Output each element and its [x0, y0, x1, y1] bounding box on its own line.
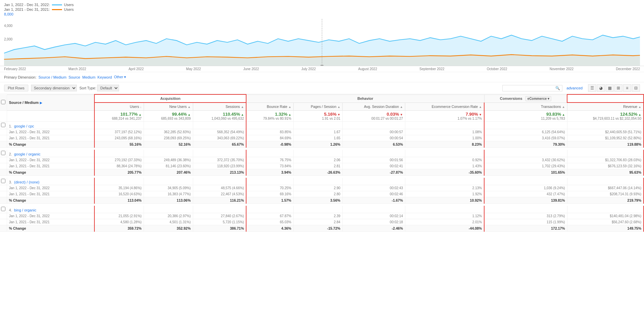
sort-type-label: Sort Type: [80, 86, 96, 90]
summary-avg-session: 0.03% 00:01:27 vs 00:01:27 [343, 111, 405, 122]
summary-transactions: 93.83% 11,209 vs 5,783 [484, 111, 567, 122]
row-num-0: 1. [9, 124, 12, 128]
secondary-dim-select[interactable]: Secondary dimension [31, 85, 77, 91]
x-label-aug: August 2022 [358, 67, 377, 71]
table-view-icon[interactable]: ☰ [588, 84, 596, 92]
summary-sessions: 110.45% 1,043,060 vs 495,632 [193, 111, 246, 122]
source-name-row: 3. (direct) / (none) [0, 178, 644, 185]
pivot-view-icon[interactable]: ⊞ [614, 84, 622, 92]
dim-source-medium[interactable]: Source / Medium [38, 75, 66, 79]
svg-marker-1 [320, 65, 324, 66]
source-name-row: 2. google / organic [0, 150, 644, 157]
summary-new-users: 99.44% 685,693 vs 343,809 [144, 111, 193, 122]
chart-x-axis: February 2022 March 2022 April 2022 May … [0, 66, 644, 72]
dim-medium[interactable]: Medium [82, 75, 95, 79]
summary-row: 101.77% 688,314 vs 341,237 99.44% 685,69… [0, 111, 644, 122]
source-cell-2: 3. (direct) / (none) [7, 178, 94, 185]
row-num-2: 3. [9, 180, 12, 184]
ecomm-conv-header[interactable]: Ecommerce Conversion Rate ▲ [405, 103, 485, 111]
data-row-2022-3: Jan 1, 2022 - Dec 31, 2022 21,055 (2.91%… [0, 213, 644, 219]
row-checkbox-0[interactable] [1, 123, 5, 127]
primary-dimension-bar: Primary Dimension: Source / Medium Sourc… [0, 72, 644, 82]
spacer-row-3 [0, 232, 644, 234]
row-checkbox-cell-2 [0, 178, 7, 185]
sessions-header[interactable]: Sessions ▲ [193, 103, 246, 111]
dim-other[interactable]: Other ▾ [114, 75, 126, 79]
x-label-jun: June 2022 [243, 67, 259, 71]
summary-revenue: 124.52% $4,719,603.11 vs $2,102,054.50 [567, 111, 644, 122]
row-checkbox-3[interactable] [1, 207, 5, 211]
custom2-view-icon[interactable]: ⊟ [632, 84, 640, 92]
data-row-2022-1: Jan 1, 2022 - Dec 31, 2022 270,192 (37.3… [0, 157, 644, 163]
x-label-feb: February 2022 [4, 67, 26, 71]
custom-view-icon[interactable]: ≡ [623, 84, 631, 92]
row-checkbox-1[interactable] [1, 151, 5, 155]
data-row-2022-2: Jan 1, 2022 - Dec 31, 2022 35,194 (4.86%… [0, 185, 644, 191]
source-medium-header[interactable]: Source / Medium ▶ [7, 94, 94, 111]
column-header-row: Users ↓ New Users ▲ Sessions ▲ Bounce Ra… [0, 103, 644, 111]
chart-legend: Jan 1, 2022 - Dec 31, 2022: Users Jan 1,… [0, 0, 644, 19]
conversions-section-header: Conversions eCommerce ▾ [484, 94, 567, 103]
users-header[interactable]: Users ↓ [94, 103, 144, 111]
pages-session-header[interactable]: Pages / Session ▲ [293, 103, 342, 111]
bar-view-icon[interactable]: ▦ [606, 84, 614, 92]
data-row-2022-0: Jan 1, 2022 - Dec 31, 2022 377,197 (52.1… [0, 129, 644, 135]
pie-view-icon[interactable]: ◕ [597, 84, 605, 92]
source-cell-1: 2. google / organic [7, 150, 94, 157]
avg-session-header[interactable]: Avg. Session Duration ▲ [343, 103, 405, 111]
row-checkbox-2[interactable] [1, 179, 5, 183]
x-label-apr: April 2022 [128, 67, 144, 71]
x-label-may: May 2022 [186, 67, 201, 71]
row-checkbox-cell-1 [0, 150, 7, 157]
summary-bounce: 1.32% 79.84% vs 80.91% [246, 111, 293, 122]
transactions-header[interactable]: Transactions ▲ [484, 103, 567, 111]
chart-value-label[interactable]: 8,000 [4, 12, 640, 16]
pct-change-row-0: % Change 55.16% 52.16% 65.67% -0.98% 1.2… [0, 141, 644, 148]
summary-users: 101.77% 688,314 vs 341,237 [94, 111, 144, 122]
legend-item-2022: Jan 1, 2022 - Dec 31, 2022: Users [4, 3, 640, 7]
x-label-dec: December 2022 [616, 67, 640, 71]
source-cell-0: 1. google / cpc [7, 122, 94, 129]
data-table: Source / Medium ▶ Acquisition Behavior C… [0, 94, 644, 234]
data-table-container: Source / Medium ▶ Acquisition Behavior C… [0, 94, 644, 234]
row-checkbox-cell-0 [0, 122, 7, 129]
revenue-header[interactable]: Revenue ▲ [567, 103, 644, 111]
pct-change-row-1: % Change 205.77% 207.46% 213.13% 3.94% -… [0, 169, 644, 176]
section-header-row: Source / Medium ▶ Acquisition Behavior C… [0, 94, 644, 103]
x-label-mar: March 2022 [68, 67, 86, 71]
select-all-cell [0, 94, 7, 111]
search-input[interactable] [505, 86, 555, 90]
transactions-revenue-header [567, 94, 644, 103]
y-axis-4000: 2,000 [4, 37, 12, 41]
legend-item-2021: Jan 1, 2021 - Dec 31, 2021: Users [4, 7, 640, 11]
row-num-3: 4. [9, 208, 12, 212]
summary-ecomm: 7.90% 1.07% vs 1.17% [405, 111, 485, 122]
new-users-header[interactable]: New Users ▲ [144, 103, 193, 111]
source-name-row: 1. google / cpc [0, 122, 644, 129]
dim-source[interactable]: Source [68, 75, 80, 79]
x-label-jul: July 2022 [301, 67, 316, 71]
source-name-row: 4. bing / organic [0, 206, 644, 213]
sort-type-select[interactable]: Default [97, 85, 119, 91]
x-label-nov: November 2022 [550, 67, 574, 71]
view-icons: ☰ ◕ ▦ ⊞ ≡ ⊟ [588, 84, 640, 92]
search-box: 🔍 [502, 85, 562, 91]
toolbar: Plot Rows Secondary dimension Sort Type:… [0, 82, 644, 94]
select-all-checkbox[interactable] [1, 100, 5, 104]
row-num-1: 2. [9, 152, 12, 156]
source-name-2[interactable]: (direct) / (none) [14, 180, 39, 184]
pct-change-row-2: % Change 113.04% 113.06% 116.21% 1.57% 3… [0, 197, 644, 204]
ecommerce-dropdown[interactable]: eCommerce ▾ [525, 96, 551, 101]
pct-change-row-3: % Change 359.72% 352.92% 386.71% 4.36% -… [0, 225, 644, 232]
source-name-1[interactable]: google / organic [14, 152, 40, 156]
dim-keyword[interactable]: Keyword [97, 75, 112, 79]
source-cell-3: 4. bing / organic [7, 206, 94, 213]
bounce-rate-header[interactable]: Bounce Rate ▲ [246, 103, 293, 111]
secondary-dim-select-wrap: Secondary dimension [31, 85, 77, 91]
line-chart [4, 19, 640, 66]
advanced-link[interactable]: advanced [566, 86, 583, 90]
source-name-0[interactable]: google / cpc [14, 124, 34, 128]
source-name-3[interactable]: bing / organic [14, 208, 36, 212]
plot-rows-button[interactable]: Plot Rows [4, 85, 28, 91]
data-row-2021-2: Jan 1, 2021 - Dec 31, 2021 16,520 (4.63%… [0, 191, 644, 197]
